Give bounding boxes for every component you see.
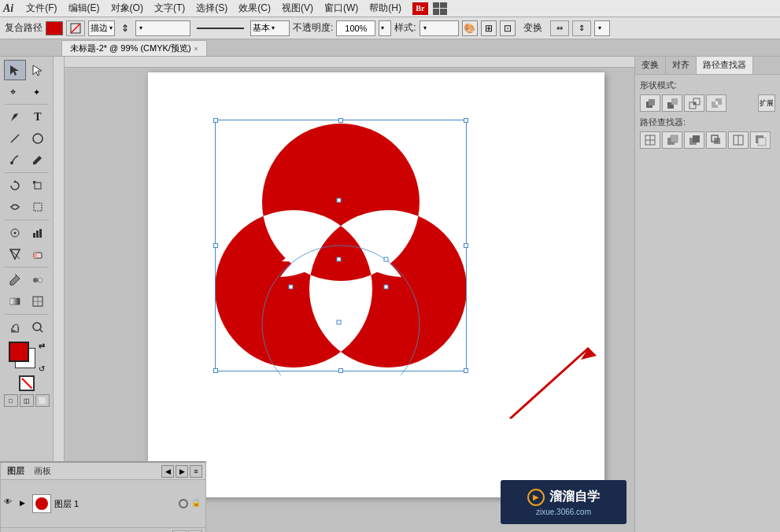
no-fill-btn[interactable] bbox=[19, 375, 35, 391]
workspace-grid-icon[interactable] bbox=[433, 2, 447, 15]
stroke-dropdown[interactable]: 描边 ▾ bbox=[88, 20, 115, 36]
full-screen-no-menu-btn[interactable]: ◫ bbox=[20, 394, 34, 407]
type-tool[interactable]: T bbox=[27, 107, 49, 127]
svg-marker-56 bbox=[581, 348, 597, 360]
layers-tab[interactable]: 图层 bbox=[4, 465, 28, 477]
paintbrush-tool[interactable] bbox=[4, 150, 26, 170]
layer-thumb-shape bbox=[35, 497, 48, 510]
tab-transform[interactable]: 变换 bbox=[635, 57, 666, 74]
tab-close-btn[interactable]: × bbox=[194, 45, 198, 53]
reset-colors-btn[interactable]: ↺ bbox=[39, 364, 45, 373]
style-swatch-icon[interactable]: 🎨 bbox=[462, 20, 478, 36]
style-dropdown[interactable]: ▾ bbox=[420, 20, 459, 36]
svg-rect-73 bbox=[693, 135, 700, 142]
panel-tab-row: 图层 画板 bbox=[4, 465, 54, 477]
menu-help[interactable]: 帮助(H) bbox=[364, 0, 406, 17]
stroke-style-dropdown[interactable]: ▾ bbox=[135, 20, 190, 36]
opacity-dropdown-arrow[interactable]: ▾ bbox=[379, 20, 391, 36]
svg-line-28 bbox=[40, 330, 43, 332]
menu-edit[interactable]: 编辑(E) bbox=[64, 0, 105, 17]
selection-tool[interactable] bbox=[4, 60, 26, 80]
menu-file[interactable]: 文件(F) bbox=[21, 0, 61, 17]
menu-window[interactable]: 窗口(W) bbox=[320, 0, 363, 17]
rotate-tool[interactable] bbox=[4, 175, 26, 196]
select-mode-icon[interactable]: ⊡ bbox=[500, 20, 516, 36]
crop-btn[interactable] bbox=[706, 131, 726, 149]
eraser-tool[interactable] bbox=[27, 244, 49, 264]
pathfinder-panel-content: 形状模式: 扩展 路径查找器: bbox=[635, 75, 780, 158]
free-transform-tool[interactable] bbox=[27, 197, 49, 217]
warp-tool[interactable] bbox=[4, 197, 26, 217]
svg-rect-58 bbox=[649, 99, 655, 105]
scale-tool[interactable] bbox=[27, 175, 49, 196]
blend-tool[interactable] bbox=[27, 270, 49, 290]
watermark-title: 溜溜自学 bbox=[549, 489, 600, 505]
app-logo: Ai bbox=[3, 2, 13, 15]
trim-btn[interactable] bbox=[662, 131, 682, 149]
divide-btn[interactable] bbox=[640, 131, 660, 149]
bridge-icon[interactable]: Br bbox=[412, 2, 428, 15]
svg-rect-50 bbox=[289, 285, 293, 289]
svg-rect-8 bbox=[35, 183, 41, 189]
panel-expand-btn[interactable]: ▶ bbox=[176, 465, 188, 478]
flip-v-icon[interactable]: ⇕ bbox=[572, 20, 591, 36]
lasso-tool[interactable]: ⌖ bbox=[4, 81, 26, 102]
color-swatches: ⇄ ↺ bbox=[9, 342, 45, 373]
expand-btn[interactable]: 扩展 bbox=[758, 94, 775, 112]
exclude-btn[interactable] bbox=[706, 94, 726, 112]
transform-btn[interactable]: 变换 bbox=[519, 20, 547, 36]
layer-visibility-btn[interactable]: 👁 bbox=[4, 497, 17, 510]
column-graph-tool[interactable] bbox=[27, 223, 49, 243]
artboards-tab[interactable]: 画板 bbox=[31, 465, 54, 477]
line-tool[interactable] bbox=[4, 128, 26, 149]
layer-expand-btn[interactable]: ▶ bbox=[20, 499, 29, 508]
panel-collapse-btn[interactable]: ◀ bbox=[161, 465, 174, 478]
fill-type-btn[interactable] bbox=[66, 20, 85, 36]
svg-point-27 bbox=[33, 323, 41, 331]
symbol-tool[interactable] bbox=[4, 223, 26, 243]
foreground-color-swatch[interactable] bbox=[9, 342, 29, 362]
extra-options-dropdown[interactable]: ▾ bbox=[594, 20, 610, 36]
unite-btn[interactable] bbox=[640, 94, 660, 112]
tab-pathfinder[interactable]: 路径查找器 bbox=[697, 57, 753, 74]
merge-btn[interactable] bbox=[684, 131, 704, 149]
document-tab[interactable]: 未标题-2* @ 99% (CMYK/预览) × bbox=[61, 40, 207, 56]
intersect-btn[interactable] bbox=[684, 94, 704, 112]
stroke-arrows-icon[interactable]: ⇕ bbox=[120, 23, 131, 34]
pen-tool[interactable] bbox=[4, 107, 26, 127]
fill-color-box[interactable] bbox=[46, 21, 63, 35]
magic-wand-tool[interactable]: ✦ bbox=[27, 81, 49, 102]
normal-screen-btn[interactable]: □ bbox=[4, 394, 18, 407]
slice-tool[interactable] bbox=[4, 244, 26, 264]
outline-btn[interactable] bbox=[728, 131, 749, 149]
menu-effect[interactable]: 效果(C) bbox=[234, 0, 275, 17]
menu-text[interactable]: 文字(T) bbox=[150, 0, 190, 17]
svg-point-6 bbox=[10, 161, 13, 164]
menu-view[interactable]: 视图(V) bbox=[277, 0, 318, 17]
pencil-tool[interactable] bbox=[27, 150, 49, 170]
hand-tool[interactable] bbox=[4, 317, 26, 338]
fill-stroke-row bbox=[19, 375, 35, 391]
minus-front-btn[interactable] bbox=[662, 94, 682, 112]
layer-target-indicator[interactable] bbox=[179, 499, 188, 508]
full-screen-btn[interactable]: ⬜ bbox=[35, 394, 50, 407]
zoom-tool[interactable] bbox=[27, 317, 49, 338]
swap-colors-btn[interactable]: ⇄ bbox=[39, 342, 45, 350]
select-similar-icon[interactable]: ⊞ bbox=[481, 20, 497, 36]
menu-select[interactable]: 选择(S) bbox=[191, 0, 232, 17]
mesh-tool[interactable] bbox=[27, 291, 49, 312]
svg-point-11 bbox=[14, 232, 17, 235]
document-canvas bbox=[148, 72, 604, 497]
gradient-tool[interactable] bbox=[4, 291, 26, 312]
flip-h-icon[interactable]: ⇔ bbox=[550, 20, 569, 36]
opacity-input[interactable] bbox=[336, 20, 375, 36]
minus-back-btn[interactable] bbox=[750, 131, 771, 149]
ellipse-tool[interactable] bbox=[27, 128, 49, 149]
menu-object[interactable]: 对象(O) bbox=[106, 0, 148, 17]
tab-align[interactable]: 对齐 bbox=[666, 57, 697, 74]
stroke-width-dropdown[interactable]: 基本 ▾ bbox=[250, 20, 290, 36]
eyedropper-tool[interactable] bbox=[4, 270, 26, 290]
direct-select-tool[interactable] bbox=[27, 60, 49, 80]
layer-lock-icon[interactable]: 🔒 bbox=[191, 498, 202, 509]
panel-menu-btn[interactable]: ≡ bbox=[190, 465, 202, 478]
